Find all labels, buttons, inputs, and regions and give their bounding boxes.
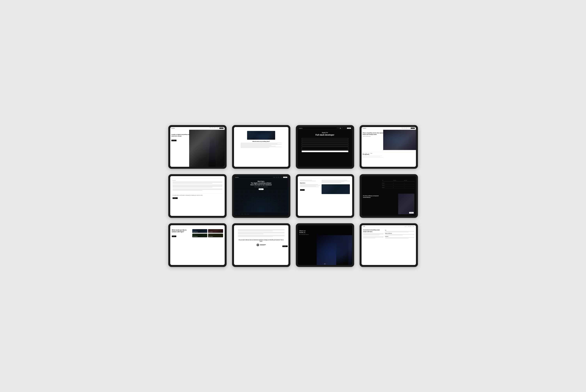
headline-1: A guide to digital storytelling and expe… — [171, 134, 192, 137]
text-block-4: Share compelling stories that capture he… — [363, 132, 386, 138]
grid-item-4: Support & Assist — [208, 234, 223, 237]
submit-button[interactable] — [302, 150, 348, 152]
nav-links-3: Portfolio Blog About Contact Get started — [337, 128, 351, 129]
content-9: What would you like to achieve with Hyro… — [170, 228, 225, 239]
article-image — [247, 131, 275, 140]
headline-4: Share compelling stories that capture he… — [363, 132, 386, 136]
indicator-dots — [323, 264, 327, 264]
grid-item-3: Inspire & Motivate — [192, 234, 207, 237]
field-firstname[interactable] — [302, 138, 348, 140]
table-row: Feature 3 ✗ ✓ — [382, 186, 414, 188]
table-row: Feature 1 ✗ ✓ — [382, 182, 414, 184]
logo-1: PURPG — [171, 128, 175, 129]
hero-subtitle-6: Share compelling stories that capture he… — [254, 186, 268, 187]
person-image-11 — [336, 238, 349, 265]
person-silhouette — [207, 137, 217, 167]
application-form — [302, 138, 348, 152]
bg-image-11 — [317, 235, 352, 265]
text-overlay-11: Where ourWORK IS. We're just right. Mass… — [299, 230, 321, 235]
image-area-8 — [398, 194, 414, 214]
content-10: Do you want to discuss how an immersive … — [234, 228, 288, 248]
screen-7: Experience Learn more — [298, 176, 352, 216]
content-12: Customised storytelling made simple with… — [362, 228, 416, 240]
content-3: Apply for Full stack developer — [298, 130, 352, 155]
action-btn-7[interactable]: Learn more — [300, 189, 305, 191]
left-col-9: What would you like to achieve with Hyro… — [172, 229, 191, 237]
quote-text: It's crucial to define a well-thought-ou… — [173, 195, 222, 196]
breadcrumb-5: Blog / Article — [173, 180, 222, 181]
right-col-8: Title Competitors Advantage Feature 1 ✗ … — [382, 180, 414, 214]
nav-bar-6: PURPG Portfolio Blog About Contact Get s… — [234, 176, 288, 179]
avatar-row — [238, 244, 284, 246]
avatar-info — [260, 244, 266, 246]
apply-title: Apply for Full stack developer — [316, 132, 334, 136]
nav-bar-3: PURPG Portfolio Blog About Contact Get s… — [298, 127, 352, 130]
nav-right-12: ≡ 1:1 ● Hyro About Contact — [405, 226, 414, 227]
field-phone[interactable] — [302, 144, 348, 146]
right-col-12: Title Analytics and Reporting Integratio… — [385, 229, 414, 239]
section-title-7: Experience — [300, 182, 320, 184]
nav-bar-7 — [298, 176, 352, 178]
screen-1: PURPG Portfolio Blog About Contact Get s… — [170, 127, 225, 167]
demo-btn[interactable]: Discover → — [258, 188, 264, 190]
tablet-9: What would you like to achieve with Hyro… — [168, 223, 227, 267]
content-6: Meet Hyro,The digital storytelling softw… — [234, 179, 288, 216]
section-label-1: Title — [385, 230, 414, 231]
article-title: What the heck are you talking about? — [252, 141, 270, 142]
section-label-2: Analytics and Reporting — [385, 233, 414, 234]
tablet-11: Where ourWORK IS. We're just right. Mass… — [296, 223, 354, 267]
tablet-2: What the heck are you talking about? — [232, 125, 290, 169]
cta-btn-1[interactable]: Get started → — [171, 140, 177, 141]
nav-bar-1: PURPG Portfolio Blog About Contact Get s… — [170, 127, 225, 130]
tablet-5: Blog / Article — [168, 174, 227, 218]
main-text — [173, 182, 222, 191]
menu-icon[interactable]: ≡ — [405, 226, 405, 227]
content-7: Experience Learn more — [298, 178, 352, 196]
nav-bar-9 — [170, 225, 225, 228]
nav-links-6: Portfolio Blog About Contact Get started — [273, 177, 287, 178]
tablet-12: PURPG ≡ 1:1 ● Hyro About Contact Customi… — [360, 223, 418, 267]
screen-2: What the heck are you talking about? — [234, 127, 288, 167]
partners-bar: Partner1 Partner2 Partner3 Partner4 Part… — [234, 212, 288, 216]
cta-btn-10[interactable]: Get started → — [282, 246, 288, 247]
tablet-7: Experience Learn more — [296, 174, 354, 218]
logo-6: PURPG — [235, 177, 239, 178]
headline-8: Go from ordinary to beyond extraordinary… — [363, 195, 381, 198]
headline-12: Customised storytelling made simple with… — [363, 229, 384, 232]
headline-9: What would you like to achieve with Hyro… — [172, 229, 191, 233]
right-col-9: Engage & Educate Convert & Sell Inspire … — [192, 229, 223, 237]
tablet-3: PURPG Portfolio Blog About Contact Get s… — [296, 125, 354, 169]
mockup-grid: PURPG Portfolio Blog About Contact Get s… — [157, 114, 430, 279]
content-1: A guide to digital storytelling and expe… — [170, 130, 225, 167]
nav-links-4: Portfolio Blog About Contact Get started — [401, 128, 415, 129]
screen-4: PURPG Portfolio Blog About Contact Get s… — [362, 127, 416, 167]
quote-block: It's crucial to define a well-thought-ou… — [173, 193, 222, 196]
field-message[interactable] — [302, 147, 348, 150]
nav-bar-11 — [298, 225, 352, 228]
left-col-12: Customised storytelling made simple with… — [363, 229, 384, 239]
avatar-10 — [256, 244, 259, 246]
nav-bar-5 — [170, 176, 225, 178]
tablet-1: PURPG Portfolio Blog About Contact Get s… — [168, 125, 227, 169]
approach-text — [363, 156, 385, 158]
article-body — [173, 182, 222, 191]
screen-9: What would you like to achieve with Hyro… — [170, 225, 225, 265]
field-lastname[interactable] — [302, 140, 348, 142]
cta-btn-8[interactable]: Get started — [409, 212, 414, 214]
cta-btn-5[interactable]: Read more → — [173, 197, 178, 199]
section-label-3: Integrations — [385, 236, 414, 237]
field-email[interactable] — [302, 142, 348, 144]
nav-bar-4: PURPG Portfolio Blog About Contact Get s… — [362, 127, 416, 130]
image-placeholder-7 — [322, 184, 350, 194]
text-section-10 — [238, 229, 284, 237]
hero-image-1 — [189, 130, 224, 167]
right-col-7 — [322, 180, 350, 194]
quote-title-10: Do you want to discuss how an immersive … — [238, 239, 284, 242]
logo-3: PURPG — [299, 128, 303, 129]
logo-4: PURPG — [363, 128, 366, 129]
screen-12: PURPG ≡ 1:1 ● Hyro About Contact Customi… — [362, 225, 416, 265]
tablet-4: PURPG Portfolio Blog About Contact Get s… — [360, 125, 418, 169]
content-8: Go from ordinary to beyond extraordinary… — [362, 178, 416, 216]
learn-btn-9[interactable]: Learn more — [172, 236, 176, 237]
grid-item-1: Engage & Educate — [192, 229, 207, 233]
